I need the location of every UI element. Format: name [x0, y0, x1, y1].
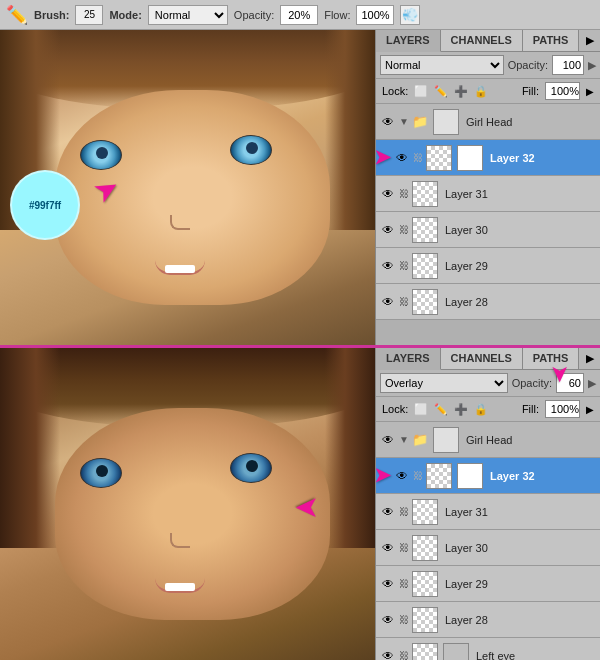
panels-container: LAYERS CHANNELS PATHS ▶ Normal Overlay O…: [375, 30, 600, 660]
bottom-blend-row: Overlay Normal Opacity: ▶ ➤: [376, 370, 600, 397]
panel-menu-top[interactable]: ▶: [580, 30, 600, 51]
lock-all-icon-bottom[interactable]: 🔒: [474, 403, 488, 416]
chain-30-bottom: ⛓: [399, 542, 409, 553]
layer-mask-group-bottom: [433, 427, 459, 453]
top-lock-row: Lock: ⬜ ✏️ ➕ 🔒 Fill: ▶: [376, 79, 600, 104]
layer-thumb-31-top: [412, 181, 438, 207]
chain-28-top: ⛓: [399, 296, 409, 307]
chain-30-top: ⛓: [399, 224, 409, 235]
bottom-layers-list: 👁 ▼ 📁 Girl Head ➤ 👁 ⛓ Layer 32: [376, 422, 600, 660]
eye-30-bottom[interactable]: 👁: [380, 540, 396, 556]
lock-all-icon[interactable]: ➕: [454, 85, 468, 98]
eye-32-bottom[interactable]: 👁: [394, 468, 410, 484]
eye-31-top[interactable]: 👁: [380, 186, 396, 202]
mode-select[interactable]: Normal Overlay Multiply: [148, 5, 228, 25]
panel-menu-bottom[interactable]: ▶: [580, 348, 600, 369]
chain-29-bottom: ⛓: [399, 578, 409, 589]
canvas-top[interactable]: #99f7ff ➤: [0, 30, 375, 345]
layer-row-28-bottom[interactable]: 👁 ⛓ Layer 28: [376, 602, 600, 638]
layer-thumb-32-bottom: [426, 463, 452, 489]
airbrush-button[interactable]: 💨: [400, 5, 420, 25]
blend-mode-select-top[interactable]: Normal Overlay: [380, 55, 504, 75]
lock-label-top: Lock:: [382, 85, 408, 97]
lock-move-icon[interactable]: 🔒: [474, 85, 488, 98]
layer-row-lefteye-bottom[interactable]: 👁 ⛓ Left eye: [376, 638, 600, 660]
layer-row-31-bottom[interactable]: 👁 ⛓ Layer 31: [376, 494, 600, 530]
tab-paths-top[interactable]: PATHS: [523, 30, 580, 51]
arrow-layers-top: ➤: [376, 145, 391, 169]
layer-thumb-29-top: [412, 253, 438, 279]
top-blend-row: Normal Overlay Opacity: ▶: [376, 52, 600, 79]
layer-row-29-top[interactable]: 👁 ⛓ Layer 29: [376, 248, 600, 284]
layer-mask-lefteye-bottom: [443, 643, 469, 661]
layer-name-30-top: Layer 30: [441, 224, 596, 236]
layer-row-30-bottom[interactable]: 👁 ⛓ Layer 30: [376, 530, 600, 566]
layer-row-group-top[interactable]: 👁 ▼ 📁 Girl Head: [376, 104, 600, 140]
layer-thumb-32-top: [426, 145, 452, 171]
top-layers-list: 👁 ▼ 📁 Girl Head ➤ 👁 ⛓ Layer 32: [376, 104, 600, 345]
lock-pixels-icon[interactable]: ⬜: [414, 85, 428, 98]
fill-input-top[interactable]: [545, 82, 580, 100]
layer-name-32-top: Layer 32: [486, 152, 596, 164]
tab-layers-bottom[interactable]: LAYERS: [376, 348, 441, 370]
layer-name-group-bottom: Girl Head: [462, 434, 596, 446]
nose-bottom: [170, 533, 190, 548]
eye-28-bottom[interactable]: 👁: [380, 612, 396, 628]
folder-icon-group-top: 📁: [412, 114, 428, 129]
opacity-input[interactable]: [280, 5, 318, 25]
eye-group-top[interactable]: 👁: [380, 114, 396, 130]
flow-input[interactable]: [356, 5, 394, 25]
eye-29-bottom[interactable]: 👁: [380, 576, 396, 592]
layer-thumb-28-bottom: [412, 607, 438, 633]
canvas-area: #99f7ff ➤ ➤: [0, 30, 375, 660]
main-area: #99f7ff ➤ ➤: [0, 30, 600, 660]
lock-label-bottom: Lock:: [382, 403, 408, 415]
opacity-label: Opacity:: [234, 9, 274, 21]
layer-row-31-top[interactable]: 👁 ⛓ Layer 31: [376, 176, 600, 212]
chain-32-top: ⛓: [413, 152, 423, 163]
brush-tool-icon[interactable]: ✏️: [6, 4, 28, 26]
blend-mode-select-bottom[interactable]: Overlay Normal: [380, 373, 508, 393]
group-arrow-bottom[interactable]: ▼: [399, 434, 409, 445]
chain-31-top: ⛓: [399, 188, 409, 199]
layer-thumb-31-bottom: [412, 499, 438, 525]
chain-29-top: ⛓: [399, 260, 409, 271]
layer-row-30-top[interactable]: 👁 ⛓ Layer 30: [376, 212, 600, 248]
chain-32-bottom: ⛓: [413, 470, 423, 481]
opacity-arrow-top[interactable]: ▶: [588, 59, 596, 72]
folder-icon-group-bottom: 📁: [412, 432, 428, 447]
eye-group-bottom[interactable]: 👁: [380, 432, 396, 448]
opacity-input-top[interactable]: [552, 55, 584, 75]
eye-lefteye-bottom[interactable]: 👁: [380, 648, 396, 661]
tab-channels-bottom[interactable]: CHANNELS: [441, 348, 523, 369]
canvas-bottom[interactable]: ➤: [0, 345, 375, 660]
bottom-layers-panel: LAYERS CHANNELS PATHS ▶ Overlay Normal O…: [375, 348, 600, 660]
eye-28-top[interactable]: 👁: [380, 294, 396, 310]
eye-29-top[interactable]: 👁: [380, 258, 396, 274]
nose: [170, 215, 190, 230]
brush-preview[interactable]: 25: [75, 5, 103, 25]
lock-position-icon[interactable]: ✏️: [434, 85, 448, 98]
arrow-layers-bottom: ➤: [376, 463, 391, 487]
group-arrow-top[interactable]: ▼: [399, 116, 409, 127]
fill-input-bottom[interactable]: [545, 400, 580, 418]
lock-pixels-icon-bottom[interactable]: ⬜: [414, 403, 428, 416]
eye-31-bottom[interactable]: 👁: [380, 504, 396, 520]
fill-arrow-bottom[interactable]: ▶: [586, 404, 594, 415]
layer-row-32-top[interactable]: ➤ 👁 ⛓ Layer 32: [376, 140, 600, 176]
layer-name-lefteye-bottom: Left eye: [472, 650, 596, 661]
layer-thumb-28-top: [412, 289, 438, 315]
lock-edit-icon-bottom[interactable]: ✏️: [434, 403, 448, 416]
layer-row-32-bottom[interactable]: ➤ 👁 ⛓ Layer 32: [376, 458, 600, 494]
tab-channels-top[interactable]: CHANNELS: [441, 30, 523, 51]
layer-row-29-bottom[interactable]: 👁 ⛓ Layer 29: [376, 566, 600, 602]
tab-layers-top[interactable]: LAYERS: [376, 30, 441, 52]
fill-arrow-top[interactable]: ▶: [586, 86, 594, 97]
eye-32-top[interactable]: 👁: [394, 150, 410, 166]
eye-30-top[interactable]: 👁: [380, 222, 396, 238]
layer-row-28-top[interactable]: 👁 ⛓ Layer 28: [376, 284, 600, 320]
lock-plus-icon-bottom[interactable]: ➕: [454, 403, 468, 416]
layer-row-group-bottom[interactable]: 👁 ▼ 📁 Girl Head: [376, 422, 600, 458]
chain-lefteye-bottom: ⛓: [399, 650, 409, 660]
opacity-arrow-bottom[interactable]: ▶: [588, 377, 596, 390]
